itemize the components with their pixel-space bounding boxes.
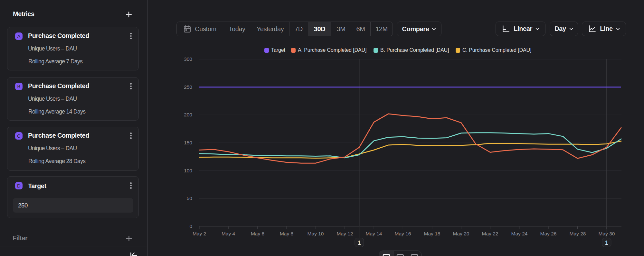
svg-text:250: 250	[184, 84, 192, 90]
svg-text:May 30: May 30	[599, 231, 615, 236]
svg-text:50: 50	[187, 196, 193, 201]
svg-text:May 4: May 4	[222, 231, 235, 236]
svg-text:May 26: May 26	[540, 231, 557, 236]
svg-text:May 18: May 18	[424, 231, 440, 236]
svg-text:May 10: May 10	[308, 231, 324, 236]
svg-text:May 24: May 24	[511, 231, 528, 236]
svg-text:0: 0	[189, 224, 192, 229]
svg-text:May 28: May 28	[570, 231, 586, 236]
svg-text:May 16: May 16	[395, 231, 411, 236]
svg-text:1: 1	[605, 239, 609, 246]
svg-text:200: 200	[184, 112, 192, 117]
svg-text:100: 100	[184, 168, 192, 173]
svg-text:May 8: May 8	[280, 231, 293, 236]
svg-text:May 2: May 2	[193, 231, 206, 236]
svg-text:May 6: May 6	[251, 231, 264, 236]
svg-text:May 20: May 20	[453, 231, 469, 236]
svg-text:May 12: May 12	[337, 231, 353, 236]
svg-text:May 14: May 14	[366, 231, 382, 236]
svg-text:1: 1	[358, 239, 361, 246]
svg-text:300: 300	[184, 56, 192, 62]
svg-text:May 22: May 22	[482, 231, 498, 236]
svg-text:150: 150	[184, 140, 192, 145]
